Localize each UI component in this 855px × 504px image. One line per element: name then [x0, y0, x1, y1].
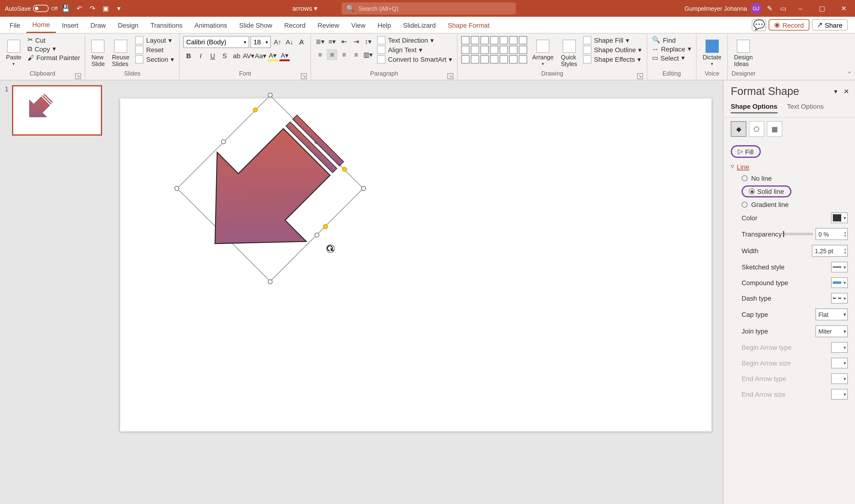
tab-view[interactable]: View [345, 17, 371, 33]
reset-button[interactable]: Reset [134, 46, 176, 54]
align-text-button[interactable]: Align Text ▾ [376, 46, 454, 54]
replace-button[interactable]: ↔Replace ▾ [651, 45, 693, 53]
autosave-toggle[interactable]: AutoSave Off [5, 5, 57, 12]
new-slide-button[interactable]: New Slide [89, 36, 107, 70]
comments-button[interactable]: 💬 [752, 19, 766, 31]
join-select[interactable]: Miter▾ [815, 325, 848, 337]
redo-icon[interactable]: ↷ [88, 4, 97, 13]
thumbnail-slide-1[interactable]: 1 [5, 85, 103, 136]
close-button[interactable]: ✕ [835, 0, 853, 17]
shape-outline-button[interactable]: Shape Outline ▾ [582, 46, 643, 54]
tab-design[interactable]: Design [112, 17, 144, 33]
save-icon[interactable]: 💾 [61, 4, 71, 13]
tab-review[interactable]: Review [312, 17, 345, 33]
quick-styles-button[interactable]: Quick Styles [558, 36, 580, 70]
numbered-button[interactable]: ≡▾ [327, 36, 337, 47]
shadow-button[interactable]: ab [231, 50, 242, 61]
tab-shape-options[interactable]: Shape Options [731, 103, 777, 113]
tab-slideshow[interactable]: Slide Show [233, 17, 278, 33]
text-direction-button[interactable]: Text Direction ▾ [376, 36, 454, 44]
case-button[interactable]: Aa▾ [255, 50, 266, 61]
layout-button[interactable]: Layout ▾ [134, 36, 176, 44]
search-input[interactable] [359, 5, 511, 12]
outdent-button[interactable]: ⇤ [339, 36, 349, 47]
format-painter-button[interactable]: 🖌Format Painter [26, 54, 81, 61]
tab-animations[interactable]: Animations [189, 17, 233, 33]
font-launcher[interactable]: ↘ [301, 73, 307, 79]
indent-button[interactable]: ⇥ [351, 36, 362, 47]
slide[interactable]: ⟳ [120, 98, 711, 432]
compound-picker[interactable] [831, 277, 848, 288]
user-avatar[interactable]: GJ [751, 3, 761, 14]
shapes-gallery[interactable] [461, 36, 527, 70]
record-button[interactable]: ◉ Record [769, 19, 809, 31]
radio-gradient-line[interactable]: Gradient line [731, 199, 848, 210]
pane-options-button[interactable]: ▾ [834, 88, 838, 95]
minimize-button[interactable]: – [791, 0, 809, 17]
paragraph-launcher[interactable]: ↘ [448, 73, 454, 79]
font-color-button[interactable]: A▾ [279, 50, 290, 61]
justify-button[interactable]: ≡ [351, 49, 362, 60]
smartart-button[interactable]: Convert to SmartArt ▾ [376, 55, 454, 64]
tab-text-options[interactable]: Text Options [787, 103, 824, 113]
qat-more-icon[interactable]: ▾ [114, 4, 124, 13]
shrink-font-button[interactable]: A↓ [284, 37, 295, 48]
cut-button[interactable]: ✂Cut [26, 36, 81, 44]
design-ideas-button[interactable]: Design Ideas [732, 36, 755, 70]
tab-home[interactable]: Home [26, 17, 56, 33]
fill-accordion[interactable]: ▷ Fill [731, 145, 761, 158]
italic-button[interactable]: I [195, 50, 206, 61]
slide-canvas[interactable]: ⟳ [108, 80, 723, 504]
size-tab-icon[interactable]: ▦ [767, 121, 782, 137]
maximize-button[interactable]: ▢ [813, 0, 831, 17]
line-accordion[interactable]: ▿ Line [731, 160, 848, 173]
share-button[interactable]: ↗ Share [812, 19, 848, 31]
grow-font-button[interactable]: A↑ [272, 37, 283, 48]
font-name[interactable]: Calibri (Body)▾ [183, 36, 249, 48]
clear-format-button[interactable]: A̷ [296, 37, 307, 48]
tab-help[interactable]: Help [371, 17, 397, 33]
columns-button[interactable]: ▥▾ [363, 49, 373, 60]
tab-transitions[interactable]: Transitions [144, 17, 189, 33]
dash-picker[interactable] [831, 293, 848, 304]
find-button[interactable]: 🔍Find [651, 36, 693, 44]
cap-select[interactable]: Flat▾ [815, 308, 848, 320]
align-left-button[interactable]: ≡ [315, 49, 326, 60]
highlight-button[interactable]: A▾ [267, 50, 278, 61]
line-spacing-button[interactable]: ↕▾ [363, 36, 373, 47]
select-button[interactable]: ▭Select ▾ [651, 54, 693, 62]
drawing-launcher[interactable]: ↘ [637, 73, 643, 79]
shape-effects-button[interactable]: Shape Effects ▾ [582, 55, 643, 64]
sketched-picker[interactable] [831, 262, 848, 272]
user-name[interactable]: Gumpelmeyer Johanna [684, 5, 747, 12]
radio-no-line[interactable]: No line [731, 173, 848, 184]
bold-button[interactable]: B [183, 50, 194, 61]
undo-icon[interactable]: ↶ [74, 4, 84, 13]
shape-fill-button[interactable]: Shape Fill ▾ [582, 36, 643, 44]
document-title[interactable]: arrows ▾ [293, 4, 318, 13]
writing-tools-icon[interactable]: ✎ [765, 4, 774, 13]
copy-button[interactable]: ⧉Copy ▾ [26, 45, 81, 53]
spacing-button[interactable]: AV▾ [243, 50, 254, 61]
display-mode-icon[interactable]: ▭ [778, 4, 788, 13]
present-icon[interactable]: ▣ [101, 4, 110, 13]
tab-draw[interactable]: Draw [85, 17, 112, 33]
effects-tab-icon[interactable]: ⬠ [749, 121, 764, 137]
tab-file[interactable]: File [4, 17, 26, 33]
strike-button[interactable]: S [219, 50, 230, 61]
paste-button[interactable]: Paste▾ [4, 36, 24, 70]
pane-close-button[interactable]: ✕ [843, 88, 849, 95]
dictate-button[interactable]: Dictate▾ [700, 36, 724, 70]
line-color-picker[interactable] [831, 212, 848, 223]
reuse-slides-button[interactable]: Reuse Slides [110, 36, 132, 70]
align-center-button[interactable]: ≡ [327, 49, 337, 60]
transparency-input[interactable]: 0 %▴▾ [815, 228, 848, 240]
arrange-button[interactable]: Arrange▾ [530, 36, 556, 70]
align-right-button[interactable]: ≡ [339, 49, 349, 60]
font-size[interactable]: 18▾ [250, 36, 271, 48]
transparency-slider[interactable] [783, 233, 813, 235]
radio-solid-line[interactable]: Solid line [731, 184, 848, 199]
clipboard-launcher[interactable]: ↘ [75, 73, 81, 79]
tab-shape-format[interactable]: Shape Format [442, 17, 496, 33]
arrow-shape[interactable] [168, 86, 372, 290]
